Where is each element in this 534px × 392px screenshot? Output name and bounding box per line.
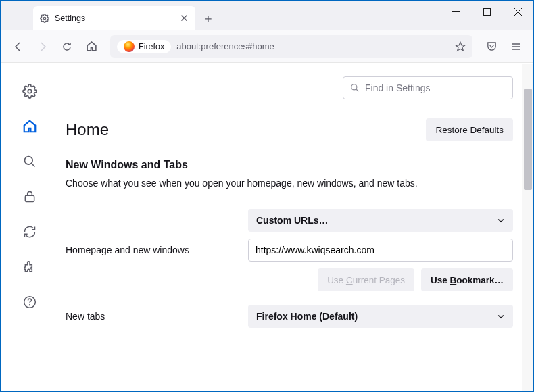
pill-label: Firefox <box>139 42 164 51</box>
address-bar[interactable]: Firefox about:preferences#home <box>110 35 472 58</box>
svg-point-0 <box>43 17 46 20</box>
star-icon[interactable] <box>455 41 466 52</box>
back-button[interactable] <box>7 36 29 57</box>
svg-point-15 <box>351 84 357 90</box>
chevron-down-icon <box>497 312 505 320</box>
search-icon <box>350 83 360 93</box>
use-bookmark-button[interactable]: Use Bookmark… <box>421 268 513 291</box>
svg-marker-5 <box>456 42 464 51</box>
search-placeholder: Find in Settings <box>365 82 431 93</box>
scrollbar-thumb[interactable] <box>524 89 532 190</box>
sidebar-extensions[interactable] <box>20 258 39 276</box>
sidebar-search[interactable] <box>20 152 39 171</box>
close-window-button[interactable] <box>502 1 533 22</box>
forward-button <box>32 36 53 57</box>
svg-point-10 <box>25 157 33 165</box>
sidebar-general[interactable] <box>20 82 39 101</box>
svg-point-14 <box>30 305 30 305</box>
menu-button[interactable] <box>505 36 527 57</box>
svg-point-9 <box>28 89 32 93</box>
svg-line-11 <box>32 164 35 167</box>
pocket-button[interactable] <box>481 36 502 57</box>
firefox-icon <box>124 41 135 52</box>
minimize-button[interactable] <box>440 1 471 22</box>
url-text: about:preferences#home <box>176 41 450 51</box>
homepage-url-input[interactable] <box>248 239 513 262</box>
close-icon[interactable]: ✕ <box>180 12 189 24</box>
home-button[interactable] <box>80 36 102 57</box>
sidebar-privacy[interactable] <box>20 187 39 206</box>
new-tab-button[interactable]: ＋ <box>202 10 214 26</box>
sidebar-home[interactable] <box>20 117 39 136</box>
homepage-mode-value: Custom URLs… <box>256 215 329 226</box>
section-title: New Windows and Tabs <box>66 159 513 171</box>
page-title: Home <box>66 120 109 139</box>
svg-rect-2 <box>483 8 490 15</box>
sidebar-sync[interactable] <box>20 222 39 241</box>
use-current-pages-button: Use Current Pages <box>318 268 414 291</box>
newtabs-select[interactable]: Firefox Home (Default) <box>248 305 513 328</box>
browser-tab[interactable]: Settings ✕ <box>33 6 195 30</box>
homepage-mode-select[interactable]: Custom URLs… <box>248 209 513 232</box>
svg-rect-12 <box>25 195 34 201</box>
tab-title: Settings <box>55 14 174 23</box>
firefox-pill: Firefox <box>117 40 171 53</box>
sidebar-help[interactable] <box>20 293 39 312</box>
maximize-button[interactable] <box>471 1 502 22</box>
chevron-down-icon <box>497 216 505 224</box>
find-settings-input[interactable]: Find in Settings <box>343 76 513 99</box>
gear-icon <box>40 14 49 23</box>
homepage-label: Homepage and new windows <box>66 245 241 255</box>
svg-line-16 <box>356 89 359 92</box>
reload-button[interactable] <box>56 36 78 57</box>
section-desc: Choose what you see when you open your h… <box>66 178 513 189</box>
restore-defaults-button[interactable]: Restore Defaults <box>426 118 513 141</box>
newtabs-value: Firefox Home (Default) <box>256 311 358 322</box>
newtabs-label: New tabs <box>66 311 241 322</box>
